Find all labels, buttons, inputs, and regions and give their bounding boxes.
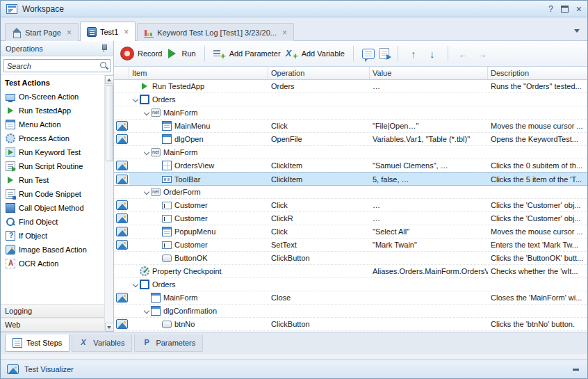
expander-icon[interactable] xyxy=(143,109,151,117)
test-step-row[interactable]: MainForm xyxy=(114,146,587,159)
operation-menu-action[interactable]: Menu Action xyxy=(1,118,104,131)
test-step-row[interactable]: Orders xyxy=(114,278,587,291)
minimize-visualizer-button[interactable] xyxy=(570,364,581,374)
search-icon[interactable] xyxy=(99,61,108,70)
operation-run-test[interactable]: Run Test xyxy=(1,173,104,187)
test-step-row[interactable]: Orders xyxy=(114,93,587,106)
search-input[interactable] xyxy=(4,60,110,72)
test-step-row[interactable]: dlgConfirmation xyxy=(114,305,587,318)
bottom-tab-test-steps[interactable]: Test Steps xyxy=(5,334,70,352)
operation-cell xyxy=(268,305,370,317)
textbox-icon xyxy=(162,215,172,223)
operation-image-based-action[interactable]: Image Based Action xyxy=(1,243,104,257)
onscreen-action-icon xyxy=(6,94,15,101)
operations-group-logging[interactable]: Logging xyxy=(1,304,104,318)
scrollbar-thumb[interactable] xyxy=(106,85,113,161)
expander-icon[interactable] xyxy=(132,96,140,104)
item-label: ButtonOK xyxy=(174,254,208,262)
test-step-row[interactable]: CustomerClickR…Clicks the 'Customer' obj… xyxy=(114,212,587,225)
item-label: MainForm xyxy=(163,148,198,156)
test-step-row[interactable]: CustomerClick…Clicks the 'Customer' obj.… xyxy=(114,199,587,212)
add-variable-label: Add Variable xyxy=(302,49,345,58)
pin-icon[interactable] xyxy=(99,44,108,53)
column-header-item[interactable]: Item xyxy=(129,67,268,79)
scroll-up-button[interactable] xyxy=(105,75,114,84)
tab-list-button[interactable] xyxy=(571,29,583,33)
image-thumbnail-icon xyxy=(116,319,128,329)
operation-call-object-method[interactable]: Call Object Method xyxy=(1,201,104,215)
visualizer-cell xyxy=(114,225,129,238)
operation-find-object[interactable]: Find Object xyxy=(1,215,104,229)
operation-run-code-snippet[interactable]: Run Code Snippet xyxy=(1,187,104,201)
tab-close-icon[interactable]: × xyxy=(282,28,287,38)
run-button[interactable]: Run xyxy=(167,48,195,59)
scroll-down-button[interactable] xyxy=(105,323,114,332)
image-thumbnail-icon xyxy=(116,161,128,170)
test-step-row[interactable]: CustomerSetText"Mark Twain"Enters the te… xyxy=(114,239,587,252)
operations-scrollbar[interactable] xyxy=(104,75,113,332)
help-button[interactable]: ? xyxy=(548,4,553,14)
operation-ocr-action[interactable]: OCR Action xyxy=(1,257,104,271)
column-header-value[interactable]: Value xyxy=(370,67,488,79)
record-button[interactable]: Record xyxy=(121,47,162,60)
expander-icon[interactable] xyxy=(143,149,151,156)
visualizer-cell xyxy=(114,291,129,304)
add-parameter-icon xyxy=(213,48,225,59)
value-cell: "Mark Twain" xyxy=(370,239,488,251)
expander-icon xyxy=(154,215,162,223)
expander-icon[interactable] xyxy=(143,307,151,315)
test-step-row[interactable]: Run TestedAppOrders…Runs the "Orders" te… xyxy=(114,80,587,93)
operation-run-keyword-test[interactable]: Run Keyword Test xyxy=(1,145,104,159)
operation-on-screen-action[interactable]: On-Screen Action xyxy=(1,90,104,104)
tab-test1[interactable]: Test1× xyxy=(80,22,136,41)
test-step-row[interactable]: Property CheckpointAliases.Orders.MainFo… xyxy=(114,265,587,278)
test-step-row[interactable]: MainFormCloseCloses the 'MainForm' wi... xyxy=(114,291,587,305)
operation-cell: Orders xyxy=(268,80,370,92)
operations-group-web[interactable]: Web xyxy=(1,318,104,332)
image-thumbnail-icon xyxy=(116,134,128,144)
net-icon xyxy=(151,108,161,117)
test-step-row[interactable]: ButtonOKClickButtonClicks the 'ButtonOK'… xyxy=(114,252,587,265)
test-step-row[interactable]: OrderForm xyxy=(114,186,587,199)
button-icon xyxy=(162,255,172,262)
move-up-button[interactable]: ↑ xyxy=(407,48,420,60)
operation-cell xyxy=(268,278,370,291)
test-step-row[interactable]: ToolBarClickItem5, false, …Clicks the 5 … xyxy=(114,172,587,186)
tab-close-icon[interactable]: × xyxy=(124,27,129,37)
operation-process-action[interactable]: Process Action xyxy=(1,131,104,145)
test-step-row[interactable]: OrdersViewClickItem"Samuel Clemens", …Cl… xyxy=(114,159,587,172)
operation-if-object[interactable]: If Object xyxy=(1,229,104,243)
test-visualizer-bar[interactable]: Test Visualizer xyxy=(1,360,587,378)
window-title: Workspace xyxy=(22,4,64,14)
add-comment-button[interactable] xyxy=(362,49,375,59)
test-step-row[interactable]: PopupMenuClick"Select All"Moves the mous… xyxy=(114,225,587,239)
outdent-button[interactable]: ← xyxy=(457,48,471,60)
test-step-row[interactable]: MainForm xyxy=(114,106,587,120)
move-down-button[interactable]: ↓ xyxy=(425,48,439,60)
test-step-row[interactable]: btnNoClickButtonClicks the 'btnNo' butto… xyxy=(114,318,587,331)
operations-spacer xyxy=(1,271,104,304)
add-variable-button[interactable]: Add Variable xyxy=(286,48,345,59)
indent-button[interactable]: → xyxy=(475,48,489,60)
test-step-row[interactable]: MainMenuClick"File|Open…"Moves the mouse… xyxy=(114,120,587,133)
bottom-tab-parameters[interactable]: Parameters xyxy=(134,334,203,352)
test-visualizer-title: Test Visualizer xyxy=(24,365,74,373)
close-button[interactable]: × xyxy=(576,5,582,13)
grid-body: Run TestedAppOrders…Runs the "Orders" te… xyxy=(114,80,587,332)
operation-cell: Close xyxy=(268,291,370,304)
tab-start-page[interactable]: Start Page× xyxy=(5,23,79,41)
float-window-icon[interactable] xyxy=(561,6,569,13)
operation-run-script-routine[interactable]: Run Script Routine xyxy=(1,159,104,173)
column-header-description[interactable]: Description xyxy=(488,67,587,79)
test-step-row[interactable]: dlgOpenOpenFileVariables.Var1, "Table (*… xyxy=(114,133,587,146)
operation-cell: Click xyxy=(268,199,370,211)
expander-icon[interactable] xyxy=(132,281,140,289)
bottom-tab-variables[interactable]: Variables xyxy=(72,334,132,352)
tab-close-icon[interactable]: × xyxy=(67,28,72,38)
add-operation-button[interactable] xyxy=(379,48,389,59)
operation-run-testedapp[interactable]: Run TestedApp xyxy=(1,104,104,118)
tab-keyword-test-log-test1-3-23-20[interactable]: Keyword Test Log [Test1] 3/23/20...× xyxy=(137,23,294,41)
column-header-operation[interactable]: Operation xyxy=(268,67,370,79)
expander-icon[interactable] xyxy=(143,188,151,196)
add-parameter-button[interactable]: Add Parameter xyxy=(213,48,281,59)
